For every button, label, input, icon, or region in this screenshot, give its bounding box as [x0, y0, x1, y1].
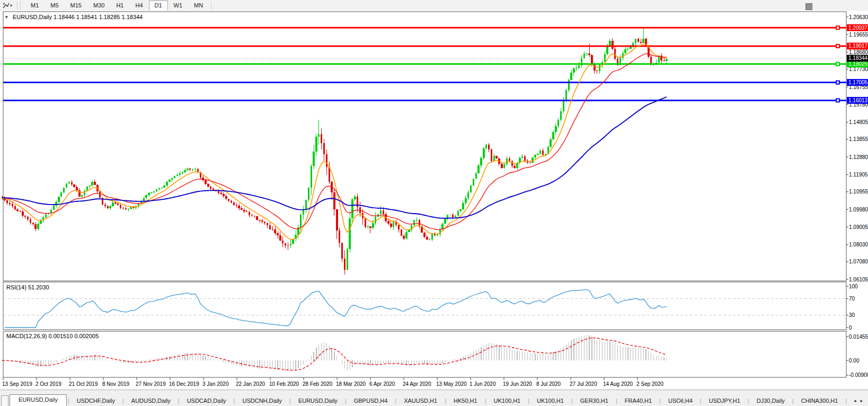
- date-tick-label: 13 May 2020: [436, 381, 467, 387]
- candle: [277, 233, 278, 235]
- level-line-handle[interactable]: [836, 26, 839, 29]
- candle: [380, 210, 382, 214]
- chart-tab-usdcnh-daily[interactable]: USDCNH,Daily: [235, 396, 289, 406]
- candle: [308, 188, 309, 200]
- chart-tab-ger30-h1[interactable]: GER30,H1: [573, 396, 616, 406]
- timeframe-button-m5[interactable]: M5: [45, 0, 64, 11]
- candle: [249, 212, 250, 215]
- candle: [76, 187, 77, 190]
- date-tick-label: 6 Apr 2020: [369, 381, 395, 387]
- candle: [604, 54, 606, 61]
- candle: [176, 175, 178, 176]
- candle: [40, 220, 41, 224]
- chart-window[interactable]: 1.206301.196551.186801.177301.167551.157…: [0, 11, 868, 390]
- timeframe-button-m30[interactable]: M30: [87, 0, 110, 11]
- candle: [578, 65, 580, 67]
- candle: [161, 188, 163, 188]
- candle: [30, 219, 31, 223]
- chart-tab-china300-h1[interactable]: CHINA300,H1: [794, 396, 846, 406]
- chart-tab-usdcad-daily[interactable]: USDCAD,Daily: [180, 396, 234, 406]
- chart-tab-usdjpy-h1[interactable]: USDJPY,H1: [702, 396, 748, 406]
- candle: [437, 234, 438, 235]
- candle: [300, 215, 302, 227]
- candle: [550, 139, 551, 147]
- candle: [12, 204, 13, 206]
- timeframe-button-w1[interactable]: W1: [168, 0, 189, 11]
- chart-tab-eurusd-daily[interactable]: EURUSD,Daily: [10, 394, 67, 406]
- tab-scroll-left-icon[interactable]: ◂: [854, 398, 856, 403]
- timeframe-button-m1[interactable]: M1: [25, 0, 45, 11]
- timeframe-button-m15[interactable]: M15: [65, 0, 87, 11]
- candle: [243, 210, 245, 211]
- chart-mode-icon[interactable]: [2, 2, 10, 10]
- chart-tab-gbpusd-h4[interactable]: GBPUSD,H4: [347, 396, 395, 406]
- chart-tab-fra40-h1[interactable]: FRA40,H1: [617, 396, 659, 406]
- date-tick-label: 2 Oct 2019: [36, 381, 61, 387]
- candle: [470, 186, 472, 192]
- chart-tab-hk50-h1[interactable]: HK50,H1: [446, 396, 485, 406]
- candle: [521, 156, 523, 158]
- chart-tab-usdchf-daily[interactable]: USDCHF,Daily: [69, 396, 122, 406]
- candle: [480, 158, 482, 166]
- candle: [207, 184, 209, 187]
- candle: [114, 202, 116, 204]
- candle: [444, 219, 446, 223]
- toolbar-divider: [211, 2, 211, 10]
- rsi-plot-frame: [3, 282, 846, 330]
- toolbar-dock-handle[interactable]: [805, 3, 812, 10]
- timeframe-button-mn[interactable]: MN: [188, 0, 209, 11]
- level-line-handle[interactable]: [836, 63, 839, 66]
- candle: [431, 234, 433, 240]
- chart-tab-uk100-h1[interactable]: UK100,H1: [486, 396, 528, 406]
- candle: [81, 195, 83, 197]
- timeframe-button-h1[interactable]: H1: [110, 0, 129, 11]
- chart-canvas[interactable]: 1.206301.196551.186801.177301.167551.157…: [0, 11, 868, 390]
- candle: [575, 68, 577, 69]
- rsi-tick-label: 100: [849, 284, 858, 289]
- price-tick-label: 1.13855: [849, 136, 868, 142]
- tab-scroll-right-icon[interactable]: ▸: [860, 398, 863, 403]
- candle: [552, 132, 554, 139]
- candle: [94, 182, 95, 185]
- chart-tab-uk100-h1[interactable]: UK100,H1: [529, 396, 571, 406]
- chart-tab-audusd-daily[interactable]: AUDUSD,Daily: [124, 396, 178, 406]
- candle: [557, 120, 559, 126]
- toolbar-grip[interactable]: [17, 2, 21, 10]
- timeframe-button-d1[interactable]: D1: [149, 0, 168, 11]
- candle: [509, 158, 510, 161]
- candle: [455, 216, 456, 217]
- candle: [573, 68, 574, 73]
- chart-mode-dropdown-icon[interactable]: ▾: [10, 3, 12, 8]
- candle: [650, 57, 652, 65]
- candle: [333, 192, 335, 209]
- level-line-handle[interactable]: [836, 45, 839, 48]
- candle: [305, 200, 307, 209]
- candle: [511, 161, 513, 166]
- chart-tab-xauusd-h1[interactable]: XAUUSD,H1: [396, 396, 445, 406]
- level-line-handle[interactable]: [836, 99, 839, 102]
- candle: [594, 64, 595, 70]
- candle: [71, 182, 73, 184]
- candle: [351, 199, 353, 219]
- chart-tab-dj30-daily[interactable]: DJ30,Daily: [749, 396, 792, 406]
- chart-tab-usoil-h1[interactable]: USOil,H1: [847, 396, 851, 406]
- chart-tab-eurusd-daily[interactable]: EURUSD,Daily: [291, 396, 345, 406]
- level-line-handle[interactable]: [836, 81, 839, 84]
- candle: [246, 211, 247, 212]
- date-tick-label: 3 Jan 2020: [202, 381, 229, 387]
- candle: [640, 42, 642, 43]
- date-tick-label: 16 Dec 2019: [169, 381, 199, 387]
- candle: [465, 198, 466, 204]
- candle: [459, 209, 461, 211]
- chart-tab-usoil-h4[interactable]: USOil,H4: [661, 396, 700, 406]
- candle: [452, 215, 454, 217]
- rsi-label: RSI(14) 51.2030: [6, 284, 49, 290]
- candle: [315, 137, 317, 152]
- timeframe-button-h4[interactable]: H4: [129, 0, 148, 11]
- candle: [596, 70, 598, 71]
- candle: [632, 43, 634, 45]
- candle: [612, 41, 613, 49]
- candle: [189, 169, 191, 170]
- candle: [272, 230, 273, 230]
- candle: [614, 49, 616, 59]
